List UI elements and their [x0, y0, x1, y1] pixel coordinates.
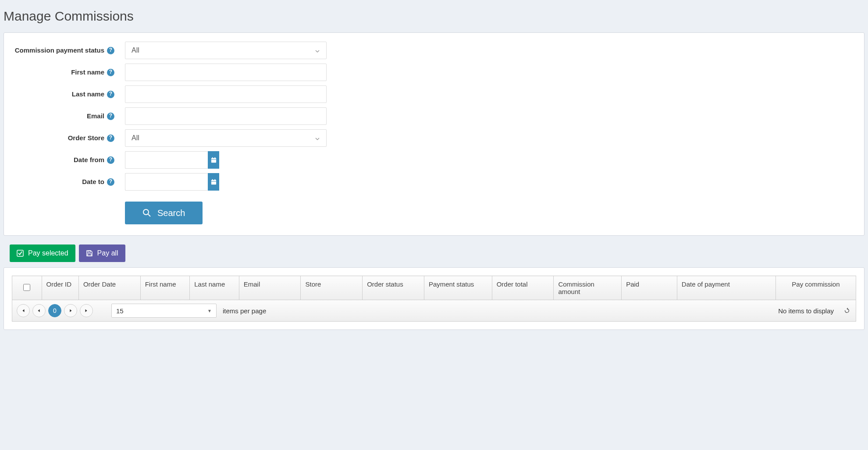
svg-rect-3: [211, 159, 216, 159]
col-paid[interactable]: Paid: [622, 276, 677, 300]
last-name-input[interactable]: [125, 85, 327, 103]
email-input[interactable]: [125, 107, 327, 125]
filter-panel: Commission payment status ? All First na…: [4, 32, 864, 236]
pager-prev-button[interactable]: [32, 304, 46, 317]
next-page-icon: [68, 308, 73, 313]
col-order-date[interactable]: Order Date: [78, 276, 140, 300]
svg-rect-6: [214, 179, 215, 180]
first-page-icon: [21, 308, 25, 313]
label-payment-status: Commission payment status ?: [4, 46, 118, 55]
label-email: Email ?: [4, 112, 118, 120]
col-email[interactable]: Email: [239, 276, 301, 300]
payment-status-select[interactable]: All: [125, 42, 327, 59]
col-pay-commission[interactable]: Pay commission: [776, 276, 856, 300]
page-title: Manage Commissions: [4, 9, 864, 24]
last-page-icon: [84, 308, 89, 313]
help-icon[interactable]: ?: [107, 113, 114, 120]
help-icon[interactable]: ?: [107, 91, 114, 98]
col-payment-status[interactable]: Payment status: [424, 276, 492, 300]
col-order-id[interactable]: Order ID: [42, 276, 78, 300]
svg-rect-4: [211, 180, 216, 184]
label-order-store: Order Store ?: [4, 134, 118, 142]
action-bar: Pay selected Pay all: [4, 244, 864, 262]
pay-all-button[interactable]: Pay all: [79, 244, 125, 262]
svg-rect-1: [212, 157, 213, 158]
prev-page-icon: [37, 308, 41, 313]
date-to-input[interactable]: [125, 173, 208, 191]
svg-rect-2: [214, 157, 215, 158]
commissions-table: Order ID Order Date First name Last name…: [12, 276, 856, 300]
first-name-input[interactable]: [125, 64, 327, 81]
chevron-down-icon: [315, 48, 320, 53]
calendar-icon: [210, 157, 217, 163]
table-header-row: Order ID Order Date First name Last name…: [12, 276, 856, 300]
col-order-status[interactable]: Order status: [363, 276, 424, 300]
help-icon[interactable]: ?: [107, 47, 114, 54]
col-commission-amount[interactable]: Commission amount: [554, 276, 622, 300]
svg-rect-11: [88, 251, 90, 252]
label-first-name: First name ?: [4, 68, 118, 77]
label-date-from: Date from ?: [4, 156, 118, 164]
svg-rect-0: [211, 158, 216, 162]
pager-next-button[interactable]: [64, 304, 77, 317]
search-button[interactable]: Search: [125, 202, 203, 224]
date-from-input[interactable]: [125, 151, 208, 169]
select-all-checkbox[interactable]: [23, 284, 30, 291]
help-icon[interactable]: ?: [107, 178, 114, 186]
col-last-name[interactable]: Last name: [190, 276, 239, 300]
svg-rect-5: [212, 179, 213, 180]
col-date-of-payment[interactable]: Date of payment: [677, 276, 776, 300]
help-icon[interactable]: ?: [107, 135, 114, 142]
label-last-name: Last name ?: [4, 90, 118, 99]
svg-rect-7: [211, 181, 216, 181]
chevron-down-icon: [315, 135, 320, 141]
help-icon[interactable]: ?: [107, 156, 114, 164]
col-order-total[interactable]: Order total: [492, 276, 554, 300]
save-icon: [86, 250, 93, 257]
page-size-select[interactable]: 15 ▼: [111, 304, 217, 318]
grid-panel: Order ID Order Date First name Last name…: [4, 267, 864, 330]
label-date-to: Date to ?: [4, 177, 118, 186]
pager-first-button[interactable]: [17, 304, 30, 317]
grid-empty-text: No items to display: [778, 307, 834, 315]
pager-current-page: 0: [48, 304, 61, 317]
pager-last-button[interactable]: [80, 304, 93, 317]
col-first-name[interactable]: First name: [140, 276, 190, 300]
search-icon: [142, 209, 151, 217]
pay-selected-button[interactable]: Pay selected: [10, 244, 75, 262]
refresh-icon: [844, 308, 850, 314]
svg-line-9: [148, 214, 150, 216]
dropdown-arrow-icon: ▼: [207, 308, 212, 313]
date-from-picker-button[interactable]: [208, 151, 219, 169]
order-store-select[interactable]: All: [125, 129, 327, 147]
grid-refresh-button[interactable]: [843, 306, 851, 315]
calendar-icon: [210, 179, 217, 185]
items-per-page-label: items per page: [223, 307, 266, 315]
svg-point-8: [143, 209, 149, 215]
col-store[interactable]: Store: [301, 276, 363, 300]
help-icon[interactable]: ?: [107, 69, 114, 76]
pager-bar: 0 15 ▼ items per page No items to displa…: [12, 300, 856, 322]
check-square-icon: [17, 250, 24, 257]
date-to-picker-button[interactable]: [208, 173, 219, 191]
